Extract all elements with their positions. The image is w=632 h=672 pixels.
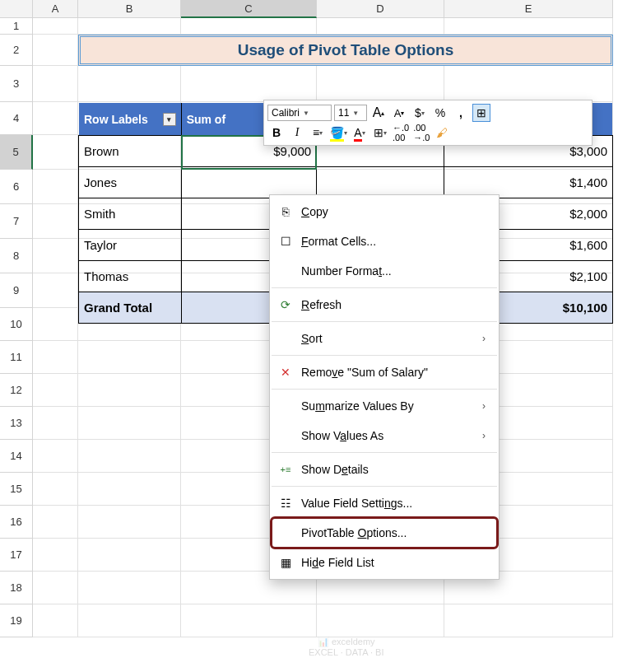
table-icon[interactable]: ⊞: [472, 104, 490, 122]
row-header-8[interactable]: 8: [0, 239, 33, 273]
col-header-e[interactable]: E: [444, 0, 613, 18]
row-header-15[interactable]: 15: [0, 473, 33, 506]
row-header-6[interactable]: 6: [0, 170, 33, 204]
row-header-10[interactable]: 10: [0, 308, 33, 341]
row-header-9[interactable]: 9: [0, 273, 33, 308]
pivot-header-rowlabels[interactable]: Row Labels ▾: [79, 103, 182, 136]
chevron-right-icon: ›: [482, 430, 486, 441]
pivot-label[interactable]: Thomas: [79, 261, 182, 292]
pivot-total-label[interactable]: Grand Total: [79, 292, 182, 323]
row-header-7[interactable]: 7: [0, 204, 33, 239]
settings-icon: ☷: [278, 496, 293, 511]
chevron-down-icon: ▼: [352, 110, 359, 117]
page-title: Usage of Pivot Table Options: [78, 35, 613, 66]
chevron-down-icon: ▼: [303, 110, 309, 117]
col-header-c[interactable]: C: [181, 0, 317, 18]
chevron-right-icon: ›: [482, 333, 486, 344]
italic-button[interactable]: I: [288, 124, 306, 142]
context-menu: ⎘ Copy ☐ Format Cells... Number Format..…: [269, 194, 500, 580]
row-headers: 1 2 3 4 5 6 7 8 9 10 11 12 13 14 15 16 1…: [0, 18, 33, 637]
borders-icon[interactable]: ⊞▾: [371, 124, 389, 142]
menu-separator: [272, 321, 497, 322]
menu-copy[interactable]: ⎘ Copy: [272, 197, 497, 226]
row-header-5[interactable]: 5: [0, 135, 33, 170]
pivot-label[interactable]: Jones: [79, 167, 182, 198]
menu-value-field-settings[interactable]: ☷ Value Field Settings...: [272, 488, 497, 518]
mini-toolbar: Calibri▼ 11▼ A▴ A▾ $▾ % , ⊞ B I ≡▾ 🪣▾ A▾…: [263, 100, 592, 146]
menu-refresh[interactable]: ⟳ Refresh: [272, 290, 497, 320]
row-header-19[interactable]: 19: [0, 604, 33, 637]
menu-separator: [272, 486, 497, 487]
menu-separator: [272, 355, 497, 356]
chevron-right-icon: ›: [482, 400, 486, 412]
rowlabels-dropdown-icon[interactable]: ▾: [163, 113, 176, 126]
increase-font-icon[interactable]: A▴: [369, 104, 388, 122]
refresh-icon: ⟳: [278, 297, 293, 312]
watermark: 📊 exceldemyEXCEL · DATA · BI: [309, 637, 384, 657]
fill-color-icon[interactable]: 🪣▾: [329, 124, 348, 142]
font-name-selector[interactable]: Calibri▼: [267, 105, 332, 121]
row-header-3[interactable]: 3: [0, 66, 33, 102]
bold-button[interactable]: B: [267, 124, 286, 142]
col-header-b[interactable]: B: [78, 0, 181, 18]
currency-icon[interactable]: $▾: [411, 104, 429, 122]
align-icon[interactable]: ≡▾: [309, 124, 327, 142]
select-all-corner[interactable]: [0, 0, 33, 18]
row-header-2[interactable]: 2: [0, 35, 33, 66]
row-header-1[interactable]: 1: [0, 18, 33, 35]
menu-pivottable-options[interactable]: PivotTable Options...: [272, 518, 497, 548]
pivot-label[interactable]: Smith: [79, 198, 182, 230]
hide-list-icon: ▦: [278, 555, 293, 570]
menu-show-values[interactable]: Show Values As ›: [272, 421, 497, 450]
row-header-17[interactable]: 17: [0, 539, 33, 572]
row-header-16[interactable]: 16: [0, 506, 33, 539]
copy-icon: ⎘: [278, 204, 293, 219]
column-headers: A B C D E: [0, 0, 613, 18]
col-header-a[interactable]: A: [33, 0, 78, 18]
decrease-font-icon[interactable]: A▾: [390, 104, 408, 122]
row-header-14[interactable]: 14: [0, 440, 33, 473]
row-header-11[interactable]: 11: [0, 341, 33, 374]
increase-decimal-icon[interactable]: ←.0.00: [392, 124, 410, 142]
menu-separator: [272, 452, 497, 453]
menu-show-details[interactable]: +≡ Show Details: [272, 455, 497, 484]
comma-icon[interactable]: ,: [452, 104, 470, 122]
font-size-selector[interactable]: 11▼: [334, 105, 367, 121]
menu-number-format[interactable]: Number Format...: [272, 256, 497, 286]
row-header-18[interactable]: 18: [0, 572, 33, 604]
menu-remove[interactable]: ✕ Remove "Sum of Salary": [272, 357, 497, 387]
pivot-label[interactable]: Brown: [79, 136, 182, 167]
sum-text: Sum of: [187, 113, 225, 126]
show-details-icon: +≡: [278, 462, 293, 477]
menu-separator: [272, 389, 497, 390]
format-painter-icon[interactable]: 🖌: [433, 124, 451, 142]
row-header-13[interactable]: 13: [0, 407, 33, 440]
menu-format-cells[interactable]: ☐ Format Cells...: [272, 226, 497, 256]
menu-hide-field-list[interactable]: ▦ Hide Field List: [272, 548, 497, 577]
percent-icon[interactable]: %: [431, 104, 449, 122]
row-header-12[interactable]: 12: [0, 374, 33, 407]
font-color-icon[interactable]: A▾: [351, 124, 369, 142]
menu-sort[interactable]: Sort ›: [272, 324, 497, 353]
menu-summarize[interactable]: Summarize Values By ›: [272, 391, 497, 421]
format-cells-icon: ☐: [278, 234, 293, 249]
decrease-decimal-icon[interactable]: .00→.0: [412, 124, 430, 142]
pivot-label[interactable]: Taylor: [79, 230, 182, 261]
col-header-d[interactable]: D: [317, 0, 444, 18]
menu-separator: [272, 287, 497, 288]
row-header-4[interactable]: 4: [0, 102, 33, 135]
remove-icon: ✕: [278, 365, 293, 380]
rowlabels-text: Row Labels: [84, 113, 148, 126]
